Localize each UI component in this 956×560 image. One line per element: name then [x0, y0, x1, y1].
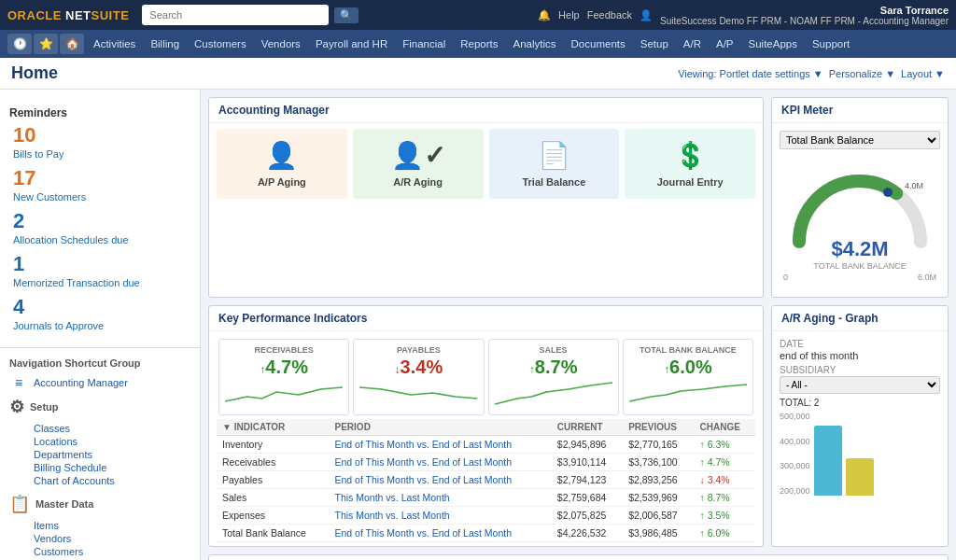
kpi-cell-previous: $2,770,165	[623, 436, 694, 454]
layout-button[interactable]: Layout ▼	[901, 68, 945, 79]
sidebar-item-a/r[interactable]: A/R	[676, 35, 709, 53]
ar-subsidiary-select[interactable]: - All -	[780, 376, 940, 394]
kpi-portlet: Key Performance Indicators RECEIVABLES ↑…	[208, 305, 764, 547]
am-card-ar-aging-label: A/R Aging	[393, 176, 443, 188]
content-row-1: Accounting Manager 👤 A/P Aging 👤✓ A/R Ag…	[208, 97, 949, 298]
sidebar-item-activities[interactable]: Activities	[86, 35, 143, 53]
help-label[interactable]: Help	[558, 9, 580, 21]
am-card-ar-aging[interactable]: 👤✓ A/R Aging	[353, 129, 484, 199]
am-card-journal-entry[interactable]: 💲 Journal Entry	[625, 129, 755, 199]
kpi-col-period: PERIOD	[330, 419, 552, 436]
kpi-col-change: CHANGE	[695, 419, 756, 436]
kpi-bank-value: ↑6.0%	[629, 357, 747, 378]
kpi-cell-current: $2,945,896	[552, 436, 623, 454]
user-info: Sara Torrance SuiteSuccess Demo FF PRM -…	[660, 5, 949, 26]
table-row: Sales This Month vs. Last Month $2,759,6…	[217, 489, 755, 507]
list-icon: ≡	[9, 375, 28, 390]
ar-bars	[814, 412, 874, 496]
kpi-cell-current: $3,910,114	[552, 454, 623, 471]
kpi-cell-current: $4,226,532	[552, 525, 623, 542]
kpi-meter-select[interactable]: Total Bank Balance	[780, 131, 940, 149]
kpi-cell-period[interactable]: End of This Month vs. End of Last Month	[330, 525, 552, 542]
search-button[interactable]: 🔍	[334, 7, 358, 23]
bell-icon[interactable]: 🔔	[538, 9, 551, 21]
sidebar-sub-label-master-data: 📋 Master Data	[0, 490, 200, 516]
kpi-cell-period[interactable]: This Month vs. Last Month	[330, 507, 552, 525]
nav-bar: 🕐 ⭐ 🏠 ActivitiesBillingCustomersVendorsP…	[0, 30, 956, 58]
logo: ORACLE NETSUITE	[7, 8, 129, 22]
sidebar-item-documents[interactable]: Documents	[564, 35, 633, 53]
ar-bar-0-30	[814, 426, 842, 496]
kpi-cell-current: $2,794,123	[552, 471, 623, 489]
sidebar-item-locations[interactable]: Locations	[34, 435, 190, 448]
home-icon[interactable]: 🏠	[60, 34, 84, 54]
kpi-cell-change: ↑ 8.7%	[695, 489, 756, 507]
reminders-list: 10Bills to Pay17New Customers2Allocation…	[9, 123, 190, 332]
gear-icon: ⚙	[9, 397, 24, 417]
sidebar-item-support[interactable]: Support	[805, 35, 857, 53]
sidebar-item-items[interactable]: Items	[34, 519, 190, 532]
wcp-portlet: Weekly Cash Projection ‹ › 2000 -- (none…	[208, 554, 949, 560]
favorites-icon[interactable]: ⭐	[34, 34, 58, 54]
reminder-label[interactable]: Bills to Pay	[13, 148, 63, 160]
search-input[interactable]	[142, 5, 329, 25]
gauge-max: 6.0M	[918, 273, 936, 282]
sidebar-item-customers[interactable]: Customers	[187, 35, 254, 53]
kpi-receivables-value: ↑4.7%	[225, 357, 343, 378]
sidebar-item-accounting-manager[interactable]: ≡ Accounting Manager	[0, 372, 200, 393]
header-actions: Viewing: Portlet date settings ▼ Persona…	[678, 68, 945, 79]
sidebar-item-billing[interactable]: Billing	[143, 35, 187, 53]
sidebar-item-vendors[interactable]: Vendors	[34, 532, 190, 545]
sidebar-item-analytics[interactable]: Analytics	[506, 35, 564, 53]
kpi-table: ▼ INDICATOR PERIOD CURRENT PREVIOUS CHAN…	[217, 419, 755, 542]
kpi-cell-change: ↑ 6.3%	[695, 436, 756, 454]
feedback-icon[interactable]: Feedback	[587, 9, 632, 21]
am-card-ap-aging[interactable]: 👤 A/P Aging	[217, 129, 347, 199]
sidebar-item-suiteapps[interactable]: SuiteApps	[741, 35, 805, 53]
sidebar-item-classes[interactable]: Classes	[34, 422, 190, 435]
am-portlet-header: Accounting Manager	[209, 98, 763, 123]
kpi-meter-body: Total Bank Balance 4.0M	[772, 123, 948, 297]
history-icon[interactable]: 🕐	[7, 34, 32, 54]
kpi-cell-indicator: Receivables	[217, 454, 330, 471]
kpi-cell-previous: $2,539,969	[623, 489, 694, 507]
sidebar-item-financial[interactable]: Financial	[395, 35, 453, 53]
kpi-col-current: CURRENT	[552, 419, 623, 436]
reminder-label[interactable]: Allocation Schedules due	[13, 234, 129, 245]
chevron-down-icon2: ▼	[885, 68, 895, 79]
kpi-col-previous: PREVIOUS	[623, 419, 694, 436]
sidebar-item-payroll-and-hr[interactable]: Payroll and HR	[308, 35, 395, 53]
table-row: Payables End of This Month vs. End of La…	[217, 471, 755, 489]
ar-aging-portlet: A/R Aging - Graph DATE end of this month…	[771, 305, 949, 547]
sidebar-item-reports[interactable]: Reports	[453, 35, 505, 53]
sidebar-item-billing-schedule[interactable]: Billing Schedule	[34, 461, 190, 474]
gauge-label: TOTAL BANK BALANCE	[813, 261, 906, 271]
kpi-cell-period[interactable]: End of This Month vs. End of Last Month	[330, 436, 552, 454]
sidebar-item-departments[interactable]: Departments	[34, 448, 190, 461]
kpi-cell-period[interactable]: This Month vs. Last Month	[330, 489, 552, 507]
sidebar-item-chart-of-accounts[interactable]: Chart of Accounts	[34, 474, 190, 487]
kpi-col-indicator: ▼ INDICATOR	[217, 419, 330, 436]
sidebar-item-a/p[interactable]: A/P	[709, 35, 741, 53]
ar-date-label: DATE	[780, 339, 940, 349]
reminder-item: 4Journals to Approve	[9, 295, 190, 332]
sidebar-item-customers[interactable]: Customers	[34, 545, 190, 558]
sidebar-item-setup[interactable]: Setup	[633, 35, 676, 53]
kpi-cell-period[interactable]: End of This Month vs. End of Last Month	[330, 471, 552, 489]
viewing-portlet-settings[interactable]: Viewing: Portlet date settings ▼	[678, 68, 823, 79]
reminder-number: 1	[13, 252, 190, 276]
kpi-cell-previous: $3,736,100	[623, 454, 694, 471]
reminder-label[interactable]: Memorized Transaction due	[13, 277, 140, 288]
reminder-label[interactable]: New Customers	[13, 191, 86, 203]
reminder-label[interactable]: Journals to Approve	[13, 320, 104, 331]
personalize-button[interactable]: Personalize ▼	[829, 68, 895, 79]
sidebar-item-vendors[interactable]: Vendors	[254, 35, 308, 53]
kpi-cell-period[interactable]: End of This Month vs. End of Last Month	[330, 454, 552, 471]
am-card-trial-balance[interactable]: 📄 Trial Balance	[489, 129, 620, 199]
table-row: Receivables End of This Month vs. End of…	[217, 454, 755, 471]
kpi-cell-indicator: Inventory	[217, 436, 330, 454]
kpi-cards: RECEIVABLES ↑4.7% PAYABLES ↓3.4% SALES ↑…	[213, 335, 759, 419]
main-content: Accounting Manager 👤 A/P Aging 👤✓ A/R Ag…	[201, 90, 956, 560]
reminder-item: 1Memorized Transaction due	[9, 252, 190, 289]
master-data-links: Items Vendors Customers Employees Expens…	[0, 516, 200, 560]
